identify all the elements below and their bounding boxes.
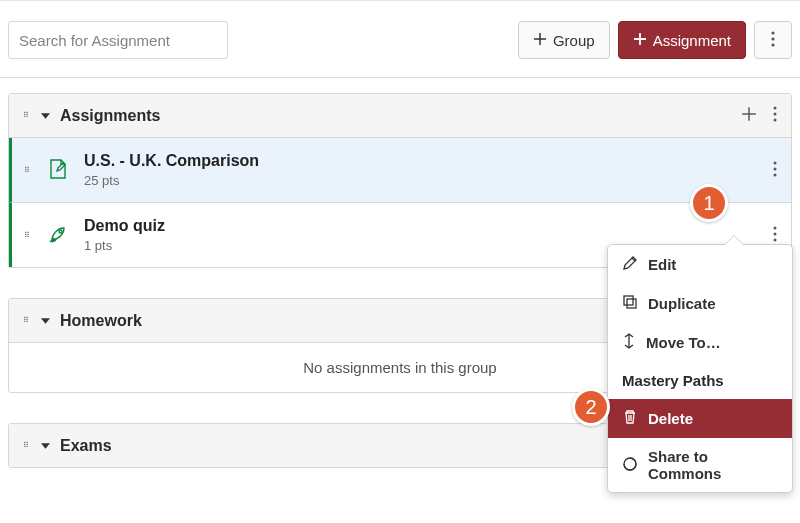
- assignment-info: U.S. - U.K. Comparison 25 pts: [84, 152, 757, 188]
- kebab-icon[interactable]: [773, 106, 777, 125]
- add-item-icon[interactable]: [741, 106, 757, 125]
- svg-point-11: [774, 232, 777, 235]
- plus-icon: [633, 32, 647, 49]
- quiz-icon: [48, 224, 68, 247]
- group-actions: [741, 106, 777, 125]
- caret-down-icon: [41, 318, 50, 324]
- menu-item-edit[interactable]: Edit: [608, 245, 792, 284]
- menu-item-duplicate[interactable]: Duplicate: [608, 284, 792, 323]
- svg-point-3: [774, 107, 777, 110]
- assignment-meta: 25 pts: [84, 173, 757, 188]
- drag-handle-icon[interactable]: ⠿: [24, 233, 32, 238]
- add-assignment-label: Assignment: [653, 32, 731, 49]
- toolbar: Group Assignment: [0, 1, 800, 78]
- row-more-button[interactable]: [773, 226, 777, 245]
- svg-point-1: [771, 37, 774, 40]
- toolbar-more-button[interactable]: [754, 21, 792, 59]
- svg-point-7: [774, 167, 777, 170]
- svg-point-5: [774, 119, 777, 122]
- plus-icon: [533, 32, 547, 49]
- svg-rect-20: [627, 299, 636, 308]
- assignment-icon: [48, 158, 68, 183]
- add-group-label: Group: [553, 32, 595, 49]
- caret-down-icon: [41, 443, 50, 449]
- add-group-button[interactable]: Group: [518, 21, 610, 59]
- pencil-icon: [622, 255, 638, 274]
- row-more-button[interactable]: [773, 161, 777, 180]
- svg-point-12: [774, 238, 777, 241]
- caret-down-icon: [41, 113, 50, 119]
- svg-point-10: [774, 226, 777, 229]
- svg-point-9: [59, 230, 62, 233]
- duplicate-icon: [622, 294, 638, 313]
- menu-label: Mastery Paths: [622, 372, 724, 389]
- menu-item-move-to[interactable]: Move To…: [608, 323, 792, 362]
- drag-handle-icon[interactable]: ⠿: [24, 168, 32, 173]
- kebab-icon: [771, 31, 775, 50]
- callout-1: 1: [690, 184, 728, 222]
- drag-handle-icon[interactable]: ⠿: [23, 113, 31, 118]
- group-title: Assignments: [60, 107, 731, 125]
- assignment-title: Demo quiz: [84, 217, 757, 235]
- svg-point-2: [771, 43, 774, 46]
- drag-handle-icon[interactable]: ⠿: [23, 318, 31, 323]
- svg-rect-19: [624, 296, 633, 305]
- menu-label: Duplicate: [648, 295, 716, 312]
- menu-label: Share to Commons: [648, 448, 778, 482]
- search-input[interactable]: [8, 21, 228, 59]
- callout-2: 2: [572, 388, 610, 426]
- svg-point-6: [774, 161, 777, 164]
- menu-label: Delete: [648, 410, 693, 427]
- svg-point-4: [774, 113, 777, 116]
- svg-point-8: [774, 173, 777, 176]
- drag-handle-icon[interactable]: ⠿: [23, 443, 31, 448]
- assignment-row[interactable]: ⠿ U.S. - U.K. Comparison 25 pts: [9, 138, 791, 202]
- trash-icon: [622, 409, 638, 428]
- group-assignments: ⠿ Assignments ⠿: [8, 93, 792, 268]
- toolbar-actions: Group Assignment: [518, 21, 792, 59]
- menu-item-mastery-paths[interactable]: Mastery Paths: [608, 362, 792, 399]
- move-icon: [622, 333, 636, 352]
- add-assignment-button[interactable]: Assignment: [618, 21, 746, 59]
- commons-icon: [622, 456, 638, 475]
- assignment-title: U.S. - U.K. Comparison: [84, 152, 757, 170]
- menu-item-share[interactable]: Share to Commons: [608, 438, 792, 492]
- row-context-menu: Edit Duplicate Move To… Mastery Paths De…: [607, 244, 793, 493]
- svg-point-0: [771, 31, 774, 34]
- menu-item-delete[interactable]: Delete: [608, 399, 792, 438]
- menu-label: Move To…: [646, 334, 721, 351]
- menu-label: Edit: [648, 256, 676, 273]
- group-header[interactable]: ⠿ Assignments: [9, 94, 791, 138]
